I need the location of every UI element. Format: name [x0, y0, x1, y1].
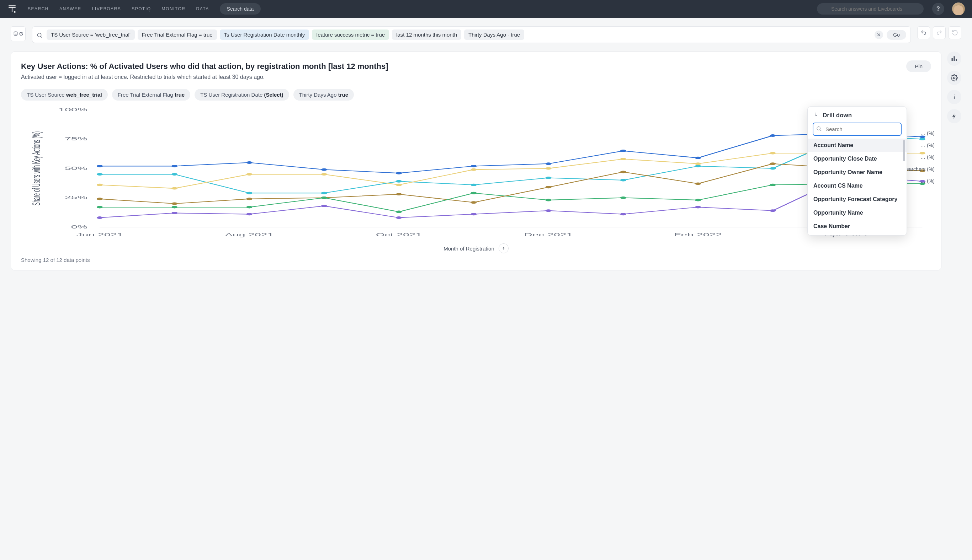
- svg-point-46: [97, 184, 103, 186]
- svg-point-55: [770, 152, 776, 155]
- drilldown-item[interactable]: Opportunity Name: [808, 206, 907, 220]
- svg-point-39: [470, 184, 477, 186]
- go-button[interactable]: Go: [887, 30, 906, 40]
- side-toolbar: [947, 52, 961, 270]
- svg-point-23: [171, 165, 177, 167]
- search-pill[interactable]: last 12 months this month: [392, 30, 461, 40]
- svg-point-43: [770, 167, 776, 170]
- spotiq-button[interactable]: [947, 109, 961, 123]
- search-pills: TS User Source = 'web_free_trial' Free T…: [47, 30, 871, 40]
- svg-point-3: [14, 12, 15, 13]
- search-row: G TS User Source = 'web_free_trial' Free…: [0, 18, 972, 52]
- search-bar[interactable]: TS User Source = 'web_free_trial' Free T…: [32, 26, 911, 43]
- svg-point-67: [770, 162, 776, 165]
- drilldown-item[interactable]: Account Name: [808, 138, 907, 152]
- avatar[interactable]: [952, 2, 965, 15]
- drilldown-search-wrap: [813, 123, 902, 136]
- settings-button[interactable]: [947, 71, 961, 85]
- x-axis-label: Month of Registration: [443, 245, 494, 252]
- drilldown-header: Drill down: [808, 112, 907, 123]
- svg-point-51: [470, 168, 477, 171]
- drilldown-popup: Drill down Account Name Opportunity Clos…: [807, 106, 907, 236]
- redo-button[interactable]: [933, 26, 946, 39]
- drilldown-item[interactable]: Opportunity Close Date: [808, 152, 907, 166]
- svg-point-41: [620, 179, 626, 182]
- svg-point-99: [954, 77, 955, 79]
- data-source-chip[interactable]: G: [11, 26, 26, 41]
- svg-point-90: [695, 206, 701, 208]
- svg-point-48: [246, 173, 252, 175]
- svg-point-26: [396, 172, 402, 175]
- nav-liveboards[interactable]: LIVEBOARS: [92, 7, 121, 12]
- svg-point-35: [171, 173, 177, 175]
- svg-point-52: [545, 167, 551, 170]
- filter-chip[interactable]: TS User Registration Date (Select): [194, 89, 289, 100]
- svg-point-24: [246, 161, 252, 164]
- help-button[interactable]: ?: [932, 3, 944, 15]
- svg-point-70: [97, 206, 103, 208]
- chart-area: 0%25%50%75%100%Jun 2021Aug 2021Oct 2021D…: [21, 106, 931, 241]
- svg-point-60: [246, 198, 252, 200]
- svg-point-38: [396, 180, 402, 183]
- filter-chips: TS User Source web_free_trial Free Trial…: [21, 89, 931, 100]
- filter-chip[interactable]: Free Trial External Flag true: [112, 89, 190, 100]
- info-button[interactable]: [947, 90, 961, 104]
- svg-point-7: [37, 33, 41, 37]
- sort-button[interactable]: [499, 243, 509, 253]
- answer-card: Pin Key User Actions: % of Activated Use…: [11, 52, 942, 270]
- pin-button[interactable]: Pin: [906, 60, 931, 72]
- svg-point-73: [321, 197, 327, 199]
- svg-point-29: [620, 150, 626, 152]
- history-toolbar: [917, 26, 961, 43]
- svg-point-79: [770, 184, 776, 186]
- nav-answer[interactable]: ANSWER: [59, 7, 82, 12]
- drilldown-arrow-icon: [813, 112, 819, 119]
- scrollbar-thumb[interactable]: [903, 140, 905, 161]
- chart-type-button[interactable]: [947, 52, 961, 66]
- global-search-input[interactable]: [817, 3, 923, 15]
- svg-point-22: [97, 165, 103, 167]
- search-pill[interactable]: Ts User Registration Date monthly: [220, 30, 310, 40]
- app-logo[interactable]: [7, 4, 17, 14]
- data-points-summary: Showing 12 of 12 data points: [21, 257, 931, 263]
- svg-text:75%: 75%: [65, 137, 87, 142]
- filter-chip[interactable]: TS User Source web_free_trial: [21, 89, 108, 100]
- drilldown-item[interactable]: Opportunity Owner Name: [808, 166, 907, 179]
- drilldown-list: Account Name Opportunity Close Date Oppo…: [808, 138, 907, 233]
- svg-point-84: [246, 213, 252, 215]
- nav-spotiq[interactable]: SPOTIQ: [132, 7, 151, 12]
- drilldown-search-input[interactable]: [813, 123, 902, 136]
- reset-button[interactable]: [949, 26, 961, 39]
- search-pill[interactable]: Free Trial External Flag = true: [138, 30, 217, 40]
- filter-chip[interactable]: Thirty Days Ago true: [293, 89, 354, 100]
- svg-text:Dec 2021: Dec 2021: [524, 232, 573, 237]
- svg-rect-98: [956, 59, 957, 61]
- line-chart[interactable]: 0%25%50%75%100%Jun 2021Aug 2021Oct 2021D…: [21, 106, 931, 241]
- svg-point-77: [620, 197, 626, 199]
- search-pill[interactable]: feature success metric = true: [312, 30, 389, 40]
- svg-point-40: [545, 177, 551, 179]
- search-pill[interactable]: TS User Source = 'web_free_trial': [47, 30, 135, 40]
- nav-search[interactable]: SEARCH: [28, 7, 49, 12]
- svg-text:0%: 0%: [71, 224, 87, 229]
- search-data-button[interactable]: Search data: [220, 3, 261, 15]
- drilldown-item[interactable]: Account CS Name: [808, 179, 907, 193]
- svg-point-31: [770, 134, 776, 137]
- clear-search-button[interactable]: ✕: [875, 30, 883, 39]
- drilldown-title: Drill down: [823, 112, 852, 119]
- svg-point-94: [817, 127, 820, 130]
- drilldown-item[interactable]: Case Number: [808, 220, 907, 233]
- svg-rect-97: [954, 56, 955, 61]
- nav-monitor[interactable]: MONITOR: [162, 7, 186, 12]
- nav-links: SEARCH ANSWER LIVEBOARS SPOTIQ MONITOR D…: [28, 7, 209, 12]
- nav-data[interactable]: DATA: [196, 7, 209, 12]
- undo-button[interactable]: [917, 26, 930, 39]
- drilldown-item[interactable]: Opportunity Forecast Category: [808, 193, 907, 206]
- svg-point-47: [171, 187, 177, 190]
- svg-point-25: [321, 168, 327, 171]
- svg-point-72: [246, 206, 252, 208]
- svg-point-83: [171, 212, 177, 214]
- svg-point-59: [171, 203, 177, 205]
- search-pill[interactable]: Thirty Days Ago - true: [464, 30, 524, 40]
- x-axis-label-row: Month of Registration: [21, 243, 931, 253]
